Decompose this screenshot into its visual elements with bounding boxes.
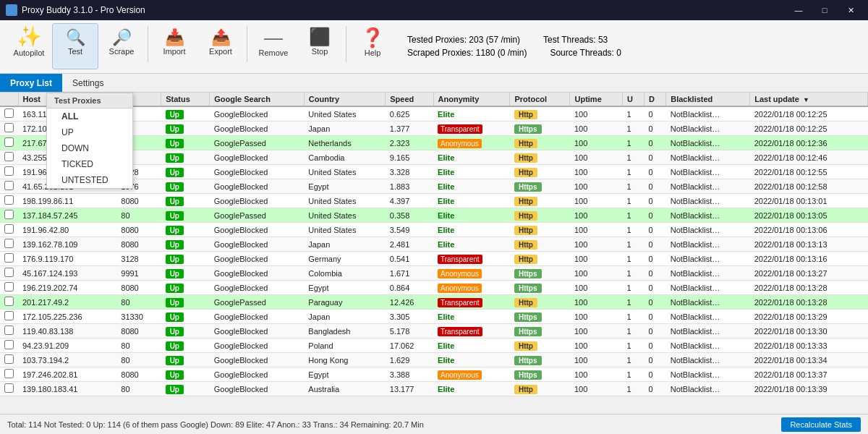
stop-button[interactable]: ⬛ Stop	[297, 23, 343, 69]
row-anon: Elite	[433, 382, 510, 396]
scrape-button[interactable]: 🔎 Scrape	[98, 23, 145, 69]
row-status: Up	[161, 136, 210, 150]
col-checkbox[interactable]	[0, 93, 18, 106]
recalculate-stats-button[interactable]: Recalculate Stats	[781, 417, 861, 432]
row-checkbox[interactable]	[0, 194, 18, 208]
col-blacklisted[interactable]: Blacklisted	[666, 93, 750, 106]
row-u: 1	[622, 194, 644, 208]
row-checkbox[interactable]	[0, 179, 18, 194]
row-proto: Http	[510, 194, 570, 208]
row-host: 45.167.124.193	[18, 266, 116, 281]
col-u[interactable]: U	[622, 93, 644, 106]
row-anon: Anonymous	[433, 266, 510, 281]
col-google[interactable]: Google Search	[210, 93, 305, 106]
row-status: Up	[161, 194, 210, 208]
col-d[interactable]: D	[644, 93, 666, 106]
test-button[interactable]: 🔍 Test	[52, 23, 98, 69]
row-updated: 2022/01/18 00:13:33	[750, 339, 868, 353]
stats-row-1: Tested Proxies: 203 (57 /min) Test Threa…	[407, 35, 621, 45]
dropdown-item-all[interactable]: ALL	[47, 109, 132, 124]
row-checkbox[interactable]	[0, 339, 18, 353]
row-google: GoogleBlocked	[210, 106, 305, 122]
toolbar-separator-1	[148, 26, 148, 62]
row-u: 1	[622, 106, 644, 122]
col-speed[interactable]: Speed	[386, 93, 433, 106]
col-protocol[interactable]: Protocol	[510, 93, 570, 106]
table-row: 176.9.119.170 3128 Up GoogleBlocked Germ…	[0, 252, 868, 266]
proxy-list-tab[interactable]: Proxy List	[0, 74, 62, 92]
row-google: GoogleBlocked	[210, 281, 305, 295]
row-checkbox[interactable]	[0, 324, 18, 339]
row-checkbox[interactable]	[0, 136, 18, 150]
col-country[interactable]: Country	[304, 93, 385, 106]
row-uptime: 100	[570, 165, 622, 179]
row-status: Up	[161, 165, 210, 179]
dropdown-item-ticked[interactable]: TICKED	[47, 156, 132, 172]
row-checkbox[interactable]	[0, 122, 18, 136]
row-checkbox[interactable]	[0, 106, 18, 122]
dropdown-item-untested[interactable]: UNTESTED	[47, 172, 132, 188]
row-checkbox[interactable]	[0, 367, 18, 382]
row-updated: 2022/01/18 00:13:27	[750, 266, 868, 281]
row-google: GoogleBlocked	[210, 165, 305, 179]
row-uptime: 100	[570, 136, 622, 150]
row-checkbox[interactable]	[0, 353, 18, 367]
row-blacklist: NotBlacklist…	[666, 179, 750, 194]
row-port: 8080	[116, 281, 161, 295]
dropdown-item-down[interactable]: DOWN	[47, 140, 132, 156]
row-host: 139.180.183.41	[18, 382, 116, 396]
col-uptime[interactable]: Uptime	[570, 93, 622, 106]
row-country: Egypt	[304, 179, 385, 194]
row-country: Netherlands	[304, 136, 385, 150]
row-u: 1	[622, 310, 644, 324]
row-anon: Elite	[433, 223, 510, 237]
row-speed: 3.388	[386, 367, 433, 382]
col-last-update[interactable]: Last update ▼	[750, 93, 868, 106]
row-speed: 1.671	[386, 266, 433, 281]
row-proto: Http	[510, 252, 570, 266]
row-blacklist: NotBlacklist…	[666, 223, 750, 237]
export-button[interactable]: 📤 Export	[197, 23, 244, 69]
row-updated: 2022/01/18 00:12:25	[750, 106, 868, 122]
row-checkbox[interactable]	[0, 281, 18, 295]
import-icon: 📥	[165, 30, 184, 46]
row-google: GoogleBlocked	[210, 194, 305, 208]
row-checkbox[interactable]	[0, 165, 18, 179]
row-checkbox[interactable]	[0, 266, 18, 281]
settings-nav-item[interactable]: Settings	[62, 74, 114, 92]
row-u: 1	[622, 266, 644, 281]
row-checkbox[interactable]	[0, 150, 18, 165]
remove-button[interactable]: — Remove	[250, 23, 297, 69]
row-status: Up	[161, 106, 210, 122]
row-host: 196.219.202.74	[18, 281, 116, 295]
row-google: GoogleBlocked	[210, 353, 305, 367]
row-uptime: 100	[570, 281, 622, 295]
close-button[interactable]: ✕	[839, 0, 862, 20]
row-country: Bangladesh	[304, 324, 385, 339]
app-icon	[6, 4, 17, 16]
row-speed: 3.549	[386, 223, 433, 237]
maximize-button[interactable]: □	[813, 0, 836, 20]
row-d: 0	[644, 382, 666, 396]
row-checkbox[interactable]	[0, 382, 18, 396]
table-row: 139.162.78.109 8080 Up GoogleBlocked Jap…	[0, 237, 868, 252]
row-checkbox[interactable]	[0, 208, 18, 223]
row-uptime: 100	[570, 310, 622, 324]
row-checkbox[interactable]	[0, 295, 18, 310]
row-checkbox[interactable]	[0, 223, 18, 237]
row-port: 8080	[116, 194, 161, 208]
row-speed: 1.377	[386, 122, 433, 136]
row-checkbox[interactable]	[0, 252, 18, 266]
autopilot-button[interactable]: ✨ Autopilot	[6, 23, 52, 69]
row-u: 1	[622, 208, 644, 223]
row-uptime: 100	[570, 106, 622, 122]
help-button[interactable]: ❓ Help	[349, 23, 396, 69]
row-checkbox[interactable]	[0, 310, 18, 324]
col-anonymity[interactable]: Anonymity	[433, 93, 510, 106]
row-checkbox[interactable]	[0, 237, 18, 252]
col-status[interactable]: Status	[161, 93, 210, 106]
row-country: United States	[304, 194, 385, 208]
import-button[interactable]: 📥 Import	[151, 23, 197, 69]
minimize-button[interactable]: —	[787, 0, 810, 20]
dropdown-item-up[interactable]: UP	[47, 124, 132, 140]
